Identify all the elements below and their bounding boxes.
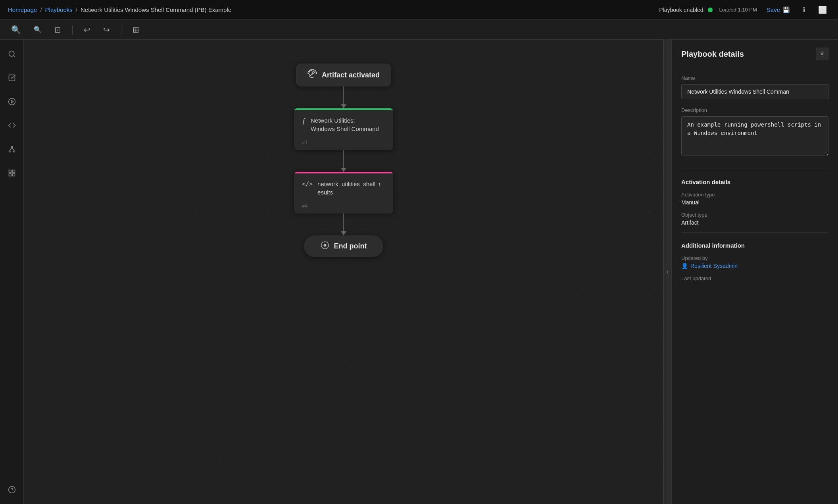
panel-header: Playbook details × [672, 40, 838, 67]
svg-point-3 [8, 98, 15, 105]
topbar-right: Playbook enabled: Loaded 1:10 PM Save 💾 … [659, 4, 830, 16]
breadcrumb-homepage[interactable]: Homepage [8, 6, 37, 13]
node-function-body-1: ƒ Network Utilities: Windows Shell Comma… [294, 110, 393, 138]
right-panel: Playbook details × Name Description Acti… [671, 40, 838, 504]
svg-point-7 [13, 151, 15, 152]
arrow-1 [343, 87, 344, 108]
activation-type-row: Activation type Manual [681, 192, 828, 206]
panel-close-button[interactable]: × [816, 48, 828, 60]
export-button[interactable]: ⬜ [815, 4, 830, 16]
name-input[interactable] [681, 84, 828, 99]
node-function-body-2: </> network_utilities_shell_r esults [294, 173, 393, 201]
enabled-dot [708, 8, 713, 12]
sidebar-item-graph[interactable] [4, 141, 20, 157]
description-textarea[interactable] [681, 116, 828, 156]
info-button[interactable]: ℹ [800, 4, 809, 16]
endpoint-icon [321, 241, 329, 252]
canvas: Artifact activated ƒ Network Utilities: … [24, 40, 663, 504]
object-type-value: Artifact [681, 219, 828, 226]
breadcrumb-sep2: / [76, 6, 77, 13]
last-updated-row: Last updated [681, 275, 828, 281]
svg-point-16 [312, 73, 313, 74]
node-shell-results-text: network_utilities_shell_r esults [317, 180, 381, 196]
person-icon: 👤 [681, 263, 688, 269]
panel-collapse-handle[interactable]: ‹ [663, 40, 671, 504]
node-artifact-activated[interactable]: Artifact activated [296, 63, 391, 87]
function-icon-2: </> [302, 181, 313, 188]
activation-type-label: Activation type [681, 192, 828, 198]
sidebar-item-search[interactable] [4, 46, 20, 62]
save-label: Save [767, 6, 780, 13]
toolbar-sep2 [121, 25, 121, 35]
svg-rect-11 [12, 170, 15, 173]
last-updated-label: Last updated [681, 275, 828, 281]
panel-title: Playbook details [681, 50, 744, 59]
updated-by-row: Updated by 👤 Resilient Sysadmin [681, 255, 828, 269]
svg-point-6 [9, 151, 10, 152]
sidebar-item-grid[interactable] [4, 165, 20, 181]
sidebar-item-tasks[interactable] [4, 70, 20, 86]
object-type-label: Object type [681, 212, 828, 218]
svg-line-1 [13, 56, 15, 57]
svg-line-8 [10, 148, 12, 151]
node-endpoint[interactable]: End point [304, 235, 383, 257]
redo-button[interactable]: ↪ [100, 23, 113, 36]
endpoint-label: End point [334, 242, 367, 250]
panel-body: Name Description Activation details Acti… [672, 67, 838, 504]
svg-rect-13 [12, 174, 15, 176]
svg-line-9 [12, 148, 14, 151]
activation-details-title: Activation details [681, 177, 828, 185]
description-label: Description [681, 107, 828, 113]
sidebar-item-code[interactable] [4, 117, 20, 133]
grid-button[interactable]: ⊞ [129, 23, 142, 36]
svg-marker-4 [11, 100, 13, 103]
artifact-activated-label: Artifact activated [322, 71, 380, 79]
name-label: Name [681, 75, 828, 81]
zoom-out-button[interactable]: 🔍 [31, 24, 45, 35]
zoom-in-button[interactable]: 🔍 [8, 23, 24, 36]
svg-rect-12 [9, 174, 11, 176]
topbar: Homepage / Playbooks / Network Utilities… [0, 0, 838, 20]
divider-2 [681, 232, 828, 233]
divider-1 [681, 169, 828, 169]
additional-info-title: Additional information [681, 240, 828, 249]
node-number-1: #1 [294, 138, 393, 150]
svg-point-18 [324, 244, 326, 246]
toolbar: 🔍 🔍 ⊡ ↩ ↪ ⊞ [0, 20, 838, 40]
main-area: Artifact activated ƒ Network Utilities: … [0, 40, 838, 504]
fit-button[interactable]: ⊡ [51, 23, 64, 36]
left-sidebar [0, 40, 24, 504]
node-number-4: #4 [294, 201, 393, 214]
breadcrumb-current: Network Utilities Windows Shell Command … [81, 6, 231, 13]
breadcrumb: Homepage / Playbooks / Network Utilities… [8, 6, 659, 13]
loaded-time: Loaded 1:10 PM [719, 7, 757, 13]
svg-rect-2 [9, 75, 15, 81]
chevron-icon: ‹ [667, 269, 669, 275]
node-network-utilities[interactable]: ƒ Network Utilities: Windows Shell Comma… [294, 108, 393, 150]
save-icon: 💾 [782, 6, 790, 13]
activation-type-value: Manual [681, 199, 828, 206]
flow-container: Artifact activated ƒ Network Utilities: … [294, 63, 393, 257]
playbook-enabled-label: Playbook enabled: [659, 7, 705, 13]
function-icon-1: ƒ [302, 117, 306, 125]
arrow-2 [343, 150, 344, 172]
save-button[interactable]: Save 💾 [763, 5, 793, 15]
fingerprint-icon [308, 69, 317, 81]
sidebar-item-help[interactable] [4, 482, 20, 498]
svg-rect-10 [9, 170, 11, 173]
node-shell-results[interactable]: </> network_utilities_shell_r esults #4 [294, 172, 393, 214]
sidebar-item-actions[interactable] [4, 94, 20, 110]
updated-by-value[interactable]: 👤 Resilient Sysadmin [681, 263, 828, 269]
updated-by-label: Updated by [681, 255, 828, 261]
toolbar-sep1 [72, 25, 73, 35]
svg-point-5 [11, 146, 12, 148]
arrow-3 [343, 214, 344, 235]
object-type-row: Object type Artifact [681, 212, 828, 226]
svg-point-0 [9, 51, 14, 56]
undo-button[interactable]: ↩ [81, 23, 94, 36]
playbook-enabled-status: Playbook enabled: [659, 7, 713, 13]
node-network-utilities-text: Network Utilities: Windows Shell Command [311, 116, 379, 133]
breadcrumb-sep1: / [40, 6, 42, 13]
breadcrumb-playbooks[interactable]: Playbooks [45, 6, 73, 13]
updated-by-name: Resilient Sysadmin [690, 263, 738, 269]
